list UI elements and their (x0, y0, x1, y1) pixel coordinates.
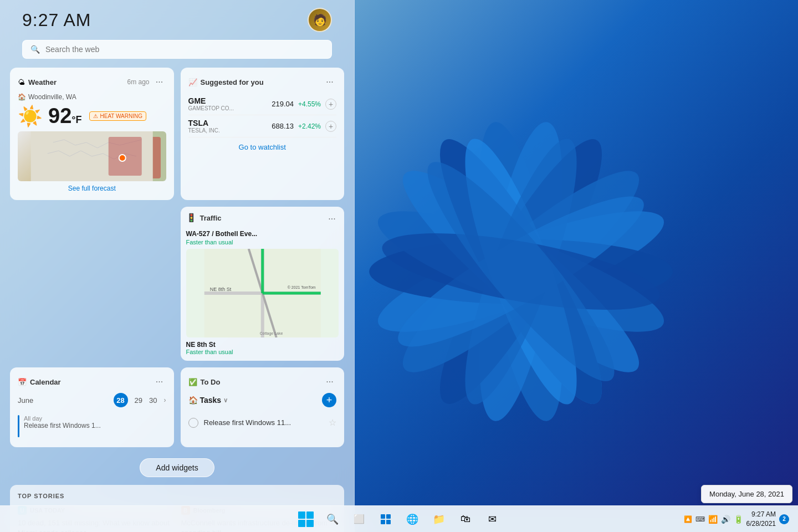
widget-grid: 🌤 Weather 6m ago ··· 🏠 Woodinville, WA ☀… (0, 68, 354, 454)
svg-rect-24 (381, 520, 385, 524)
svg-rect-23 (386, 514, 391, 519)
taskview-icon: ⬜ (354, 514, 365, 524)
traffic-widget: 🚦 Traffic ··· WA-527 / Bothell Eve... Fa… (181, 207, 345, 361)
stocks-options-button[interactable]: ··· (323, 75, 336, 89)
calendar-icon: 📅 (18, 378, 27, 386)
calendar-widget: 📅 Calendar ··· June 28 29 30 › All day R (10, 367, 174, 447)
todo-item-text: Release first Windows 11... (204, 418, 324, 427)
todo-checkbox[interactable] (188, 418, 198, 428)
calendar-days: 28 29 30 › (114, 393, 166, 407)
date-tooltip: Monday, June 28, 2021 (701, 485, 792, 503)
stock-add-gme[interactable]: + (325, 99, 336, 110)
calendar-chevron-down[interactable]: › (164, 396, 166, 404)
store-icon: 🛍 (461, 513, 470, 525)
bloom-wallpaper (327, 28, 715, 510)
weather-title-row: 🌤 Weather (18, 78, 57, 86)
panel-top-bar: 9:27 AM 🧑 (0, 0, 354, 38)
stocks-widget-header: 📈 Suggested for you ··· (188, 75, 337, 89)
stock-company-tsla: TESLA, INC. (188, 127, 220, 134)
taskbar-search-icon: 🔍 (326, 513, 339, 525)
taskbar: 🔍 ⬜ 🌐 📁 🛍 (0, 505, 798, 532)
user-avatar[interactable]: 🧑 (308, 8, 332, 32)
taskbar-edge-button[interactable]: 🌐 (401, 508, 423, 530)
traffic-title: Traffic (200, 214, 222, 222)
svg-rect-25 (386, 520, 391, 524)
taskbar-widgets-button[interactable] (375, 508, 397, 530)
calendar-event-text: Release first Windows 1... (24, 422, 101, 429)
stock-change-tsla: +2.42% (298, 122, 321, 130)
stock-add-tsla[interactable]: + (325, 121, 336, 132)
taskbar-taskview-button[interactable]: ⬜ (348, 508, 370, 530)
stock-price-tsla: 688.13 (272, 122, 294, 130)
calendar-day-30[interactable]: 30 (149, 396, 157, 405)
taskbar-mail-button[interactable]: ✉ (481, 508, 503, 530)
widget-panel: 9:27 AM 🧑 🔍 🌤 Weather 6m ago ··· 🏠 Wood (0, 0, 355, 532)
stock-row-gme: GME GAMESTOP CO... 219.04 +4.55% + (188, 93, 337, 115)
notification-badge[interactable]: 2 (779, 514, 789, 524)
home-tasks-icon: 🏠 (188, 396, 198, 405)
taskbar-explorer-button[interactable]: 📁 (428, 508, 450, 530)
todo-add-button[interactable]: + (322, 393, 336, 407)
stock-row-tsla: TSLA TESLA, INC. 688.13 +2.42% + (188, 115, 337, 137)
tray-chevron-icon[interactable]: 🔼 (684, 515, 692, 523)
stocks-icon: 📈 (188, 78, 197, 86)
calendar-options-button[interactable]: ··· (153, 375, 166, 388)
stock-company-gme: GAMESTOP CO... (188, 105, 234, 111)
search-icon: 🔍 (30, 45, 40, 54)
todo-tasks-label: 🏠 Tasks ∨ (188, 396, 228, 405)
taskbar-search-button[interactable]: 🔍 (321, 508, 344, 530)
calendar-event-label: All day (24, 415, 101, 422)
mail-icon: ✉ (488, 513, 497, 525)
tray-keyboard-icon[interactable]: ⌨ (695, 515, 705, 523)
stock-ticker-gme: GME (188, 96, 234, 105)
heat-warning: ⚠ HEAT WARNING (89, 111, 146, 121)
tray-wifi-icon[interactable]: 📶 (708, 515, 718, 524)
traffic-options-button[interactable]: ··· (325, 212, 339, 226)
calendar-month: June (18, 396, 33, 405)
add-widgets-button[interactable]: Add widgets (140, 458, 214, 477)
home-icon: 🏠 (18, 93, 26, 101)
tray-volume-icon[interactable]: 🔊 (721, 515, 730, 524)
todo-title-row: ✅ To Do (188, 378, 221, 386)
tray-battery-icon[interactable]: 🔋 (734, 515, 743, 524)
stock-change-gme: +4.55% (298, 100, 321, 108)
weather-location: 🏠 Woodinville, WA (18, 93, 166, 101)
todo-star-icon[interactable]: ☆ (329, 417, 336, 428)
weather-sun-icon: ☀️ (18, 105, 43, 128)
windows-logo (298, 511, 314, 527)
search-input[interactable] (45, 45, 324, 54)
calendar-title-row: 📅 Calendar (18, 378, 61, 386)
weather-options-button[interactable]: ··· (153, 75, 166, 89)
tray-time-value: 9:27 AM (746, 510, 776, 519)
stocks-widget: 📈 Suggested for you ··· GME GAMESTOP CO.… (181, 68, 345, 200)
todo-options-button[interactable]: ··· (323, 375, 336, 388)
traffic-route2: NE 8th St (186, 341, 339, 349)
start-button[interactable] (295, 508, 317, 530)
explorer-icon: 📁 (433, 513, 445, 525)
watchlist-link[interactable]: Go to watchlist (188, 143, 337, 151)
time-display: 9:27 AM (22, 10, 91, 30)
calendar-day-28[interactable]: 28 (114, 393, 128, 407)
calendar-widget-header: 📅 Calendar ··· (18, 375, 166, 388)
svg-text:Cottage Lake: Cottage Lake (259, 331, 283, 336)
system-tray: 🔼 ⌨ 📶 🔊 🔋 9:27 AM 6/28/2021 2 (684, 510, 789, 529)
weather-title: Weather (28, 78, 57, 86)
edge-icon: 🌐 (406, 513, 418, 525)
traffic-map: NE 8th St Cottage Lake © 2021 TomTom (186, 249, 339, 337)
tray-clock[interactable]: 9:27 AM 6/28/2021 (746, 510, 776, 529)
calendar-date-header: June 28 29 30 › (18, 393, 166, 407)
traffic-status1: Faster than usual (186, 239, 339, 245)
weather-widget: 🌤 Weather 6m ago ··· 🏠 Woodinville, WA ☀… (10, 68, 174, 200)
traffic-title-row: 🚦 Traffic (186, 213, 222, 223)
calendar-day-29[interactable]: 29 (135, 396, 142, 405)
weather-temp: 92°F (48, 104, 81, 128)
forecast-link[interactable]: See full forecast (18, 185, 166, 192)
todo-widget-header: ✅ To Do ··· (188, 375, 337, 388)
widgets-icon (380, 514, 391, 525)
taskbar-store-button[interactable]: 🛍 (454, 508, 477, 530)
todo-widget: ✅ To Do ··· 🏠 Tasks ∨ + Release first Wi… (181, 367, 345, 447)
todo-tasks-header: 🏠 Tasks ∨ + (188, 393, 337, 407)
stock-ticker-tsla: TSLA (188, 119, 220, 127)
stocks-title: Suggested for you (201, 78, 264, 86)
search-bar[interactable]: 🔍 (22, 40, 332, 59)
